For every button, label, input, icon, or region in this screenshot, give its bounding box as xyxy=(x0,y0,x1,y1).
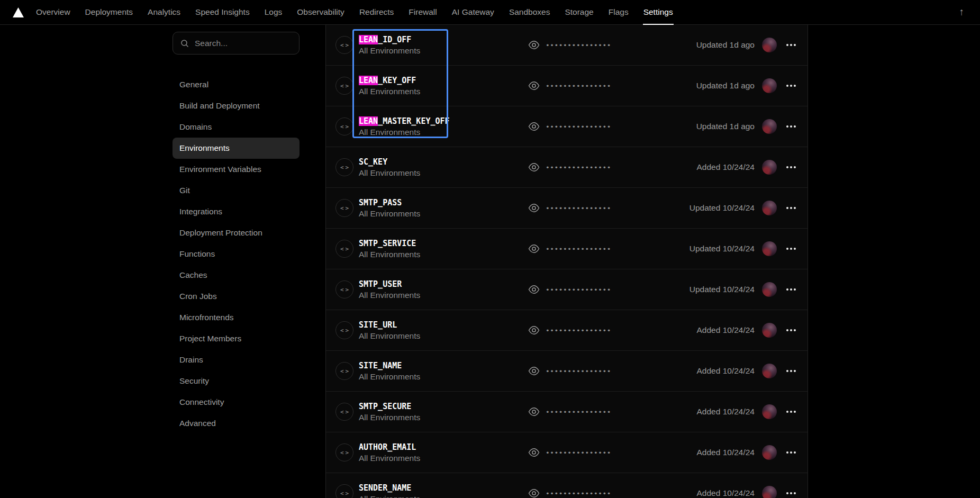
env-var-name-column: SC_KEY All Environments xyxy=(359,157,528,178)
row-menu-button[interactable] xyxy=(785,41,797,49)
ellipsis-icon xyxy=(790,411,792,413)
ellipsis-icon xyxy=(786,248,788,250)
nav-tab[interactable]: Settings xyxy=(636,0,680,24)
reveal-value-button[interactable] xyxy=(528,284,540,295)
nav-tab[interactable]: Observability xyxy=(289,0,352,24)
sidebar-item[interactable]: Functions xyxy=(173,243,300,265)
row-menu-button[interactable] xyxy=(785,82,797,90)
nav-tab-label: Analytics xyxy=(148,7,180,17)
row-menu-button[interactable] xyxy=(785,245,797,253)
search-input[interactable] xyxy=(195,39,292,48)
code-icon[interactable]: < > xyxy=(335,199,353,217)
env-vars-list: < > LEAN_ID_OFF All Environments •••••••… xyxy=(325,25,808,498)
code-icon[interactable]: < > xyxy=(335,443,353,461)
nav-tab[interactable]: Analytics xyxy=(140,0,188,24)
code-icon-right-chevron: > xyxy=(346,286,349,293)
env-var-value-group: ••••••••••••••• xyxy=(528,284,611,295)
row-menu-button[interactable] xyxy=(785,285,797,294)
sidebar-item[interactable]: Deployment Protection xyxy=(173,222,300,243)
reveal-value-button[interactable] xyxy=(528,39,540,51)
reveal-value-button[interactable] xyxy=(528,80,540,92)
row-menu-button[interactable] xyxy=(785,122,797,131)
nav-tab[interactable]: Sandboxes xyxy=(502,0,558,24)
ellipsis-icon xyxy=(786,370,788,372)
reveal-value-button[interactable] xyxy=(528,406,540,418)
sidebar-item[interactable]: Build and Deployment xyxy=(173,95,300,116)
code-icon[interactable]: < > xyxy=(335,77,353,95)
env-var-scope: All Environments xyxy=(359,168,528,178)
sidebar-item[interactable]: Caches xyxy=(173,265,300,286)
nav-tab[interactable]: Redirects xyxy=(352,0,401,24)
search-box[interactable] xyxy=(173,32,300,55)
sidebar-item-label: Microfrontends xyxy=(179,313,234,322)
nav-tab-label: Observability xyxy=(297,7,344,17)
code-icon[interactable]: < > xyxy=(335,240,353,258)
sidebar-item[interactable]: Advanced xyxy=(173,413,300,434)
sidebar-menu: General Build and Deployment Domains Env… xyxy=(173,74,300,434)
row-timestamp: Updated 10/24/24 xyxy=(689,244,755,253)
sidebar-item[interactable]: Integrations xyxy=(173,201,300,222)
nav-tab[interactable]: AI Gateway xyxy=(444,0,502,24)
vercel-logo-icon[interactable] xyxy=(13,0,24,24)
sidebar-item[interactable]: Git xyxy=(173,180,300,201)
ellipsis-icon xyxy=(786,125,788,128)
sidebar-item[interactable]: Domains xyxy=(173,116,300,138)
sidebar-item[interactable]: Environment Variables xyxy=(173,159,300,180)
code-icon-left-chevron: < xyxy=(340,368,344,375)
row-menu-button[interactable] xyxy=(785,204,797,212)
nav-tab-label: Speed Insights xyxy=(195,7,250,17)
code-icon[interactable]: < > xyxy=(335,117,353,135)
env-var-name-rest: SMTP_PASS xyxy=(359,198,402,207)
reveal-value-button[interactable] xyxy=(528,243,540,255)
sidebar-item[interactable]: Project Members xyxy=(173,328,300,349)
reveal-value-button[interactable] xyxy=(528,202,540,214)
code-icon[interactable]: < > xyxy=(335,280,353,298)
row-menu-button[interactable] xyxy=(785,163,797,171)
up-arrow-icon[interactable]: ↑ xyxy=(957,0,967,24)
reveal-value-button[interactable] xyxy=(528,447,540,458)
code-icon[interactable]: < > xyxy=(335,321,353,339)
row-menu-button[interactable] xyxy=(785,489,797,497)
code-icon[interactable]: < > xyxy=(335,158,353,176)
sidebar-item[interactable]: Connectivity xyxy=(173,392,300,413)
code-icon-right-chevron: > xyxy=(346,368,349,375)
row-menu-button[interactable] xyxy=(785,326,797,334)
row-menu-button[interactable] xyxy=(785,408,797,416)
code-icon[interactable]: < > xyxy=(335,362,353,380)
sidebar-item[interactable]: Environments xyxy=(173,138,300,159)
env-var-name: LEAN_MASTER_KEY_OFF xyxy=(359,116,528,126)
eye-icon xyxy=(528,487,540,498)
reveal-value-button[interactable] xyxy=(528,161,540,173)
code-icon[interactable]: < > xyxy=(335,36,353,54)
nav-tab[interactable]: Deployments xyxy=(78,0,140,24)
sidebar-item-label: Git xyxy=(179,186,190,195)
row-menu-button[interactable] xyxy=(785,367,797,375)
env-var-name: SC_KEY xyxy=(359,157,528,167)
code-icon-left-chevron: < xyxy=(340,164,344,171)
reveal-value-button[interactable] xyxy=(528,121,540,132)
row-timestamp: Updated 1d ago xyxy=(696,40,755,50)
nav-tab[interactable]: Overview xyxy=(29,0,78,24)
sidebar-item[interactable]: General xyxy=(173,74,300,95)
env-var-name-rest: SITE_URL xyxy=(359,320,397,330)
ellipsis-icon xyxy=(794,85,796,87)
nav-tab[interactable]: Logs xyxy=(257,0,290,24)
nav-tab[interactable]: Flags xyxy=(601,0,636,24)
ellipsis-icon xyxy=(794,329,796,331)
nav-tab-label: Sandboxes xyxy=(509,7,550,17)
code-icon[interactable]: < > xyxy=(335,484,353,498)
row-menu-button[interactable] xyxy=(785,448,797,457)
sidebar-item[interactable]: Drains xyxy=(173,349,300,370)
code-icon[interactable]: < > xyxy=(335,403,353,421)
sidebar-item[interactable]: Cron Jobs xyxy=(173,286,300,307)
reveal-value-button[interactable] xyxy=(528,487,540,498)
reveal-value-button[interactable] xyxy=(528,365,540,377)
sidebar-item[interactable]: Security xyxy=(173,370,300,392)
nav-tab[interactable]: Firewall xyxy=(401,0,444,24)
nav-tab[interactable]: Speed Insights xyxy=(188,0,257,24)
env-var-name-column: SMTP_SECURE All Environments xyxy=(359,402,528,422)
sidebar-item[interactable]: Microfrontends xyxy=(173,307,300,328)
nav-tab[interactable]: Storage xyxy=(557,0,601,24)
reveal-value-button[interactable] xyxy=(528,324,540,336)
row-timestamp: Updated 10/24/24 xyxy=(689,203,755,213)
